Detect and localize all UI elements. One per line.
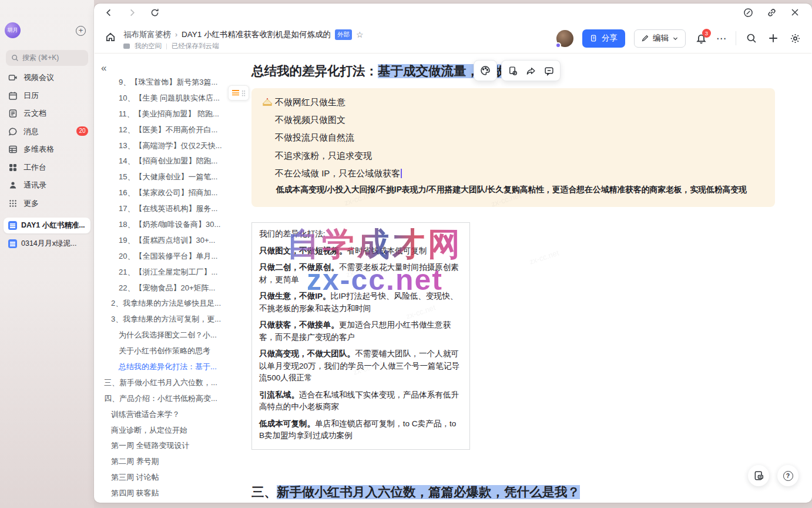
notifications-button[interactable]: 3: [694, 32, 707, 45]
outline-item[interactable]: 16、【某家政公司】招商加...: [97, 185, 249, 201]
sidebar-item-label: 云文档: [24, 108, 46, 119]
more-options-button[interactable]: ⋯: [716, 32, 727, 45]
back-icon[interactable]: [102, 6, 115, 19]
outline-item[interactable]: 商业诊断，从定位开始: [97, 423, 249, 439]
outline-item[interactable]: 2、我拿结果的方法足够快且足...: [97, 296, 249, 312]
page-title: DAY1 小红书精准获客收割机是如何炼成的: [182, 29, 331, 40]
table-row: 只做高变现，不做大团队。不需要铺大团队，一个人就可以单月变现20万，我们的学员一…: [259, 348, 462, 385]
reload-icon[interactable]: [148, 6, 161, 19]
outline-item[interactable]: 3、我拿结果的方法可复制，更...: [97, 312, 249, 327]
share-button[interactable]: 分享: [582, 29, 625, 48]
space-name[interactable]: 我的空间: [135, 42, 162, 51]
more-grid-icon: [8, 199, 18, 208]
plus-icon: [768, 33, 779, 44]
doc-header: 福布斯富婆榜 › DAY1 小红书精准获客收割机是如何炼成的 外部 ☆ 我的空间…: [94, 24, 812, 53]
pinned-doc-0314[interactable]: 0314月月x绿泥...: [4, 236, 90, 252]
sidebar-item-bitable[interactable]: 多维表格: [0, 141, 94, 159]
outline-item[interactable]: 训练营谁适合来学？: [97, 407, 249, 423]
callout-line: 不追求涨粉，只追求变现: [275, 147, 767, 165]
app-root: 胡月 + 搜索 (⌘+K) 视频会议 日历 云文档 消息 20: [0, 0, 812, 508]
sidebar-item-video-meeting[interactable]: 视频会议: [0, 69, 94, 87]
comment-icon[interactable]: [544, 66, 554, 76]
new-doc-button[interactable]: [767, 32, 780, 45]
copy-link-icon[interactable]: [508, 66, 518, 76]
link-icon[interactable]: [765, 6, 778, 19]
outline-item[interactable]: 12、【医美】不用高价开白...: [97, 122, 249, 138]
outline-item[interactable]: 第三周 讨论帖: [97, 470, 249, 486]
sidebar-item-messages[interactable]: 消息 20: [0, 123, 94, 141]
cake-emoji-icon: [261, 96, 274, 111]
outline-item[interactable]: 关于小红书创作策略的思考: [97, 343, 249, 359]
table-row: 只做获客，不做接单。更加适合只想用小红书做生意获客，而不是接广变现的客户: [259, 319, 462, 343]
browser-controls: [102, 6, 161, 19]
outline-item[interactable]: 四、产品介绍：小红书低粉高变...: [97, 391, 249, 407]
sidebar: 胡月 + 搜索 (⌘+K) 视频会议 日历 云文档 消息 20: [0, 0, 94, 508]
outline-item[interactable]: 18、【奶茶/咖啡设备商】30...: [97, 217, 249, 233]
sidebar-item-workbench[interactable]: 工作台: [0, 159, 94, 177]
differentiation-table[interactable]: 我们的差异化打法: 只做图文，不做短视频。省时省钱成本低可复制 只做二创，不做原…: [251, 222, 470, 450]
outline-item[interactable]: 为什么我选择图文二创？小...: [97, 327, 249, 343]
home-button[interactable]: [102, 28, 119, 46]
user-avatar-sidebar[interactable]: 胡月: [5, 22, 21, 38]
outline-toggle-widget[interactable]: [228, 85, 249, 101]
table-row-lead: 低成本可复制。: [259, 419, 315, 428]
settings-button[interactable]: [788, 32, 801, 45]
docs-icon: [8, 109, 18, 118]
callout-block[interactable]: 不做网红只做生意 不做视频只做图文 不做投流只做自然流 不追求涨粉，只追求变现 …: [251, 88, 775, 207]
folder-icon: [123, 44, 130, 49]
avatar[interactable]: [556, 30, 573, 47]
search-icon: [11, 54, 19, 62]
contacts-icon: [8, 181, 18, 190]
outline-item[interactable]: 11、【美业招商加盟】 陪跑...: [97, 106, 249, 122]
sidebar-item-label: 通讯录: [24, 180, 46, 190]
video-icon: [8, 73, 18, 82]
global-search-button[interactable]: [745, 32, 758, 45]
close-icon[interactable]: [788, 6, 801, 19]
sidebar-item-docs[interactable]: 云文档: [0, 105, 94, 123]
sidebar-item-contacts[interactable]: 通讯录: [0, 176, 94, 195]
outline-item[interactable]: 21、【浙江全屋定制工厂】...: [97, 265, 249, 280]
outline-item[interactable]: 20、【全国装修平台】单月...: [97, 249, 249, 265]
add-button[interactable]: +: [76, 26, 86, 36]
outline-item[interactable]: 第一周 全链路变现设计: [97, 438, 249, 454]
table-row-lead: 只做图文，不做短视频。: [259, 246, 347, 255]
table-row: 只做图文，不做短视频。省时省钱成本低可复制: [259, 245, 462, 258]
table-row-lead: 只做二创，不做原创。: [259, 263, 339, 272]
doc-comment-icon: [753, 470, 764, 481]
forward-icon[interactable]: [125, 6, 138, 19]
outline-item[interactable]: 14、【招商创业加盟】陪跑...: [97, 153, 249, 169]
outline-item[interactable]: 9、【珠宝首饰】新号第3篇...: [97, 75, 249, 91]
star-icon[interactable]: ☆: [356, 30, 364, 39]
breadcrumb-parent[interactable]: 福布斯富婆榜: [123, 29, 171, 40]
forward-share-icon[interactable]: [526, 66, 536, 76]
heading-text: 总结我的差异化打法：: [251, 64, 378, 78]
outline-item[interactable]: 10、【生美 问题肌肤实体店...: [97, 91, 249, 106]
outline-item[interactable]: 第二周 养号期: [97, 454, 249, 470]
outline-item[interactable]: 22、【宠物食品】20+矩阵...: [97, 280, 249, 296]
table-row-lead: 只做生意，不做IP。: [259, 292, 331, 300]
palette-icon[interactable]: [480, 65, 491, 76]
search-input[interactable]: 搜索 (⌘+K): [6, 50, 88, 66]
edit-button[interactable]: 编辑: [634, 29, 686, 48]
outline-item[interactable]: 第四周 获客贴: [97, 486, 249, 502]
outline-item[interactable]: 19、【蛋糕西点培训】30+...: [97, 233, 249, 249]
outline-item[interactable]: 13、【高端游学】仅仅2天快...: [97, 138, 249, 154]
compass-icon[interactable]: [741, 6, 754, 19]
pinned-doc-label: 0314月月x绿泥...: [21, 239, 76, 249]
section-heading-newbie[interactable]: 三、新手做小红书月入六位数，篇篇必爆款，凭什么是我？: [251, 483, 580, 500]
help-button[interactable]: ?: [777, 465, 798, 486]
notification-badge: 3: [702, 29, 711, 38]
drag-handle-icon: [241, 90, 246, 96]
doc-icon: [8, 239, 17, 248]
sidebar-item-more[interactable]: 更多: [0, 195, 94, 213]
share-label: 分享: [602, 33, 618, 44]
pinned-doc-day1[interactable]: DAY1 小红书精准...: [4, 218, 90, 233]
outline-item[interactable]: 三、新手做小红书月入六位数，...: [97, 375, 249, 391]
outline-item-active[interactable]: 总结我的差异化打法：基于...: [97, 359, 249, 375]
outline-item[interactable]: 17、【在线英语机构】服务...: [97, 201, 249, 217]
feedback-button[interactable]: [748, 465, 769, 486]
outline-item[interactable]: 15、【大健康创业】一篇笔...: [97, 169, 249, 185]
outline-collapse-button[interactable]: «: [101, 62, 106, 74]
sidebar-item-calendar[interactable]: 日历: [0, 87, 94, 105]
sidebar-item-label: 工作台: [24, 162, 46, 173]
